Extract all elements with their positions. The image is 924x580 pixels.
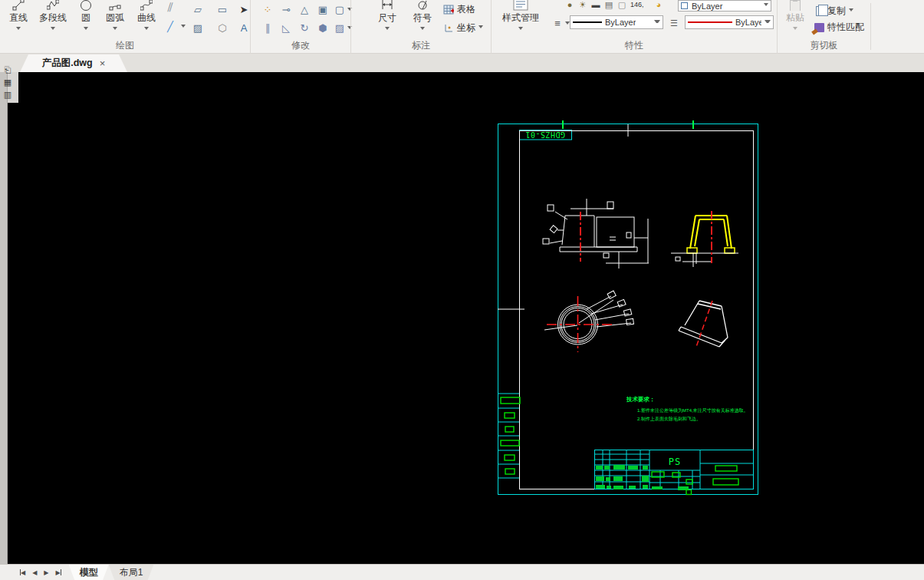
tab-model[interactable]: 模型 xyxy=(69,565,109,580)
linetype-value: ByLayer xyxy=(605,18,636,27)
spline-button[interactable]: 曲线 xyxy=(132,0,161,40)
coordinate-icon xyxy=(443,23,454,33)
style-manager-button[interactable]: 样式管理 xyxy=(493,0,548,40)
trim-icon[interactable]: ◺ xyxy=(278,20,294,35)
chevron-down-icon[interactable] xyxy=(765,20,771,25)
part-number-text[interactable]: GDHZS-01 xyxy=(525,130,565,139)
layer-dropdown[interactable]: ByLayer xyxy=(678,0,771,12)
table-button-label: 表格 xyxy=(457,3,475,16)
plot-printer-icon[interactable]: ▤ xyxy=(604,0,613,10)
lineweight-icon[interactable]: ☰ xyxy=(666,15,682,31)
chevron-down-icon[interactable] xyxy=(181,25,186,30)
layer-lock-pen-icon[interactable]: ▬ xyxy=(591,0,600,10)
linetype-sample xyxy=(573,21,602,23)
point-cursor-icon[interactable]: ➤ xyxy=(236,2,252,17)
symbol-button[interactable]: 符号 xyxy=(408,0,437,40)
ray-line-icon[interactable]: ╱ xyxy=(163,18,178,34)
spline-button-label: 曲线 xyxy=(137,12,156,25)
document-tab[interactable]: 产品图.dwg × xyxy=(20,54,127,72)
move-icon[interactable]: ⁘ xyxy=(260,2,275,17)
chevron-down-icon[interactable] xyxy=(84,27,88,32)
multiline-style-icon[interactable]: ≡ xyxy=(550,15,565,31)
chevron-down-icon[interactable] xyxy=(654,20,660,25)
first-tab-button[interactable]: ◀ xyxy=(20,569,25,576)
polyline-button[interactable]: 多段线 xyxy=(35,0,71,40)
tech-requirement-2: 2.制件上表面去除毛刺和飞边。 xyxy=(637,416,701,422)
spline-icon xyxy=(140,0,153,11)
rotate-icon[interactable]: ↻ xyxy=(297,20,312,35)
parallel-lines-icon[interactable]: ⫽ xyxy=(163,0,178,15)
layer-tools-cut-icons: ● ☀ ▬ ▤ ▢ 146, xyxy=(565,0,644,10)
symbol-button-label: 符号 xyxy=(413,12,432,25)
chevron-down-icon[interactable] xyxy=(420,27,425,32)
chevron-down-icon[interactable] xyxy=(764,3,768,8)
section-view[interactable] xyxy=(687,216,735,253)
chevron-down-icon[interactable] xyxy=(518,27,523,32)
match-properties-button[interactable]: 特性匹配 xyxy=(814,21,864,34)
annotation-monitor-icon[interactable]: ⎗ xyxy=(1,64,15,76)
chevron-down-icon[interactable] xyxy=(144,27,149,32)
copy-button[interactable]: 复制 xyxy=(816,5,853,18)
paste-button-label: 粘贴 xyxy=(786,12,804,25)
previous-tab-button[interactable]: ◀ xyxy=(32,569,37,576)
coordinate-button-label: 坐标 xyxy=(457,21,475,35)
color-wheel-icon[interactable]: ◕ xyxy=(654,0,663,10)
left-mini-toolbar: ⎗ ▦ ▥ xyxy=(1,64,18,101)
region-icon[interactable]: ▱ xyxy=(190,2,206,17)
circle-button[interactable]: 圆 xyxy=(74,0,98,40)
ribbon-panel-draw: 直线 多段线 圆 圆弧 曲线 ⫽ xyxy=(0,0,250,54)
table-grid-icon[interactable]: ▥ xyxy=(1,89,15,101)
hatch-icon[interactable]: ▨ xyxy=(190,20,206,35)
color-wheel-cut-icon-wrap: ◕ xyxy=(654,0,663,10)
line-button[interactable]: 直线 xyxy=(3,0,34,40)
last-tab-button[interactable]: ▶ xyxy=(55,569,61,576)
model-space-canvas[interactable]: ⎗ ▦ ▥ GDHZS-01 xyxy=(0,72,924,564)
dimension-button[interactable]: 尺寸 xyxy=(373,0,402,40)
arc-button[interactable]: 圆弧 xyxy=(100,0,130,40)
chevron-down-icon[interactable] xyxy=(849,8,853,14)
chevron-down-icon[interactable] xyxy=(478,25,483,31)
image-frame-icon[interactable]: ▦ xyxy=(1,77,15,88)
linetype-dropdown[interactable]: ByLayer xyxy=(570,15,663,29)
rectangle-array-icon[interactable]: ▢ xyxy=(332,2,347,17)
title-block-material-text[interactable]: PS xyxy=(669,456,681,467)
inner-border xyxy=(498,124,754,489)
tech-requirements[interactable]: 技术要求： 1.塑件未注公差等级为MT4,未注尺寸按有关标准选取。 2.制件上表… xyxy=(626,396,748,422)
isometric-view[interactable] xyxy=(679,301,728,347)
table-button[interactable]: 表格 xyxy=(443,3,475,16)
revision-cloud-icon[interactable]: ▭ xyxy=(215,2,230,17)
coordinate-button[interactable]: 坐标 xyxy=(443,21,483,35)
text-style-icon[interactable]: A xyxy=(236,20,252,35)
front-view[interactable] xyxy=(550,199,649,269)
color-dropdown[interactable]: ByLayer xyxy=(685,15,774,29)
isometric-axis-line xyxy=(696,301,712,347)
chevron-down-icon[interactable] xyxy=(51,27,55,32)
cad-drawing[interactable]: GDHZS-01 xyxy=(0,72,924,564)
chevron-down-icon[interactable] xyxy=(16,27,21,32)
ribbon-panel-clipboard: 粘贴 复制 特性匹配 剪切板 xyxy=(777,0,870,54)
layer-color-swatch-icon[interactable]: ▢ xyxy=(617,0,626,10)
revision-strip[interactable] xyxy=(498,394,519,478)
chevron-down-icon[interactable] xyxy=(385,27,390,32)
circle-icon xyxy=(80,0,92,11)
stretch-icon[interactable]: ▣ xyxy=(315,2,330,17)
offset-icon[interactable]: ∥ xyxy=(260,20,275,35)
layer-thaw-sun-icon[interactable]: ☀ xyxy=(578,0,587,10)
close-icon[interactable]: × xyxy=(100,60,106,68)
tab-layout1[interactable]: 布局1 xyxy=(109,565,154,580)
symbol-icon xyxy=(416,0,429,11)
solid-edit-icon[interactable]: ⬢ xyxy=(315,20,330,35)
chevron-down-icon[interactable] xyxy=(113,27,117,32)
layer-value: ByLayer xyxy=(692,2,722,11)
hatch-edit-icon[interactable]: ▨ xyxy=(332,20,347,35)
mirror-icon[interactable]: ⊸ xyxy=(278,2,294,17)
block-icon[interactable]: ⬡ xyxy=(215,20,230,35)
fillet-icon[interactable]: △ xyxy=(297,2,312,17)
next-tab-button[interactable]: ▶ xyxy=(44,569,48,576)
document-tab-title: 产品图.dwg xyxy=(42,57,93,70)
panel-label-properties: 特性 xyxy=(492,39,777,52)
tech-requirement-1: 1.塑件未注公差等级为MT4,未注尺寸按有关标准选取。 xyxy=(637,407,748,414)
layer-color-square xyxy=(681,2,688,9)
paste-button[interactable]: 粘贴 xyxy=(782,0,808,40)
layer-on-bulb-icon[interactable]: ● xyxy=(565,0,574,10)
